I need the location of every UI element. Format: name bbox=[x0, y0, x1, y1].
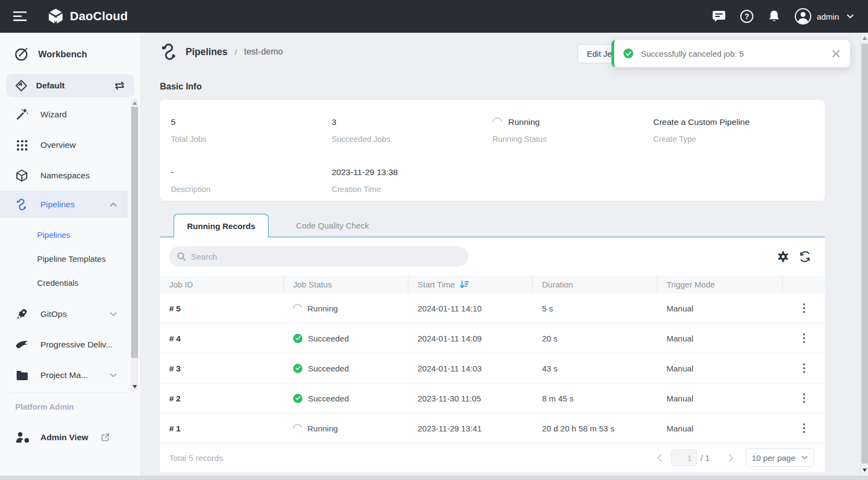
next-page-icon[interactable] bbox=[728, 454, 734, 462]
switch-workspace-icon[interactable] bbox=[114, 81, 126, 91]
spinner-icon bbox=[292, 422, 304, 435]
sidebar-item-label: Namespaces bbox=[40, 171, 90, 181]
toast-message: Successfully canceled job: 5 bbox=[641, 49, 744, 58]
check-circle-icon bbox=[293, 334, 302, 343]
brand-name: DaoCloud bbox=[70, 9, 128, 23]
field-total-jobs: 5 Total Jobs bbox=[171, 117, 332, 143]
refresh-icon[interactable] bbox=[799, 251, 811, 262]
user-menu[interactable]: admin bbox=[795, 8, 854, 25]
avatar-icon bbox=[795, 8, 811, 25]
previous-page-icon[interactable] bbox=[657, 454, 662, 462]
table-row-job-5[interactable]: # 5 Running 2024-01-11 14:10 5 s Manual bbox=[160, 293, 825, 323]
sidebar-item-label: Pipelines bbox=[40, 200, 75, 209]
bell-icon[interactable] bbox=[768, 10, 780, 23]
column-header-actions bbox=[783, 275, 825, 293]
scroll-down-arrow-icon[interactable] bbox=[133, 385, 137, 388]
row-actions-kebab-icon[interactable] bbox=[783, 423, 825, 433]
table-header: Job ID Job Status Start Time Duration Tr… bbox=[160, 275, 825, 293]
job-status: Succeeded bbox=[284, 334, 408, 343]
bird-icon bbox=[15, 339, 28, 350]
sidebar-subitem-pipeline-templates[interactable]: Pipeline Templates bbox=[0, 247, 128, 271]
pagination: / 1 10 per page bbox=[657, 448, 814, 467]
trigger-mode: Manual bbox=[657, 364, 783, 373]
sidebar-item-progressive-delivery[interactable]: Progressive Deliv... bbox=[0, 329, 128, 360]
create-type-value: Create a Custom Pipeline bbox=[653, 117, 815, 127]
column-header-job-status[interactable]: Job Status bbox=[284, 275, 408, 293]
scroll-down-arrow-icon[interactable] bbox=[863, 469, 867, 472]
field-create-type: Create a Custom Pipeline Create Type bbox=[653, 117, 815, 143]
row-actions-kebab-icon[interactable] bbox=[783, 333, 825, 343]
page-scrollbar-thumb[interactable] bbox=[861, 44, 868, 464]
row-actions-kebab-icon[interactable] bbox=[783, 303, 825, 313]
workspace-name: Default bbox=[36, 81, 65, 91]
start-time: 2023-11-30 11:05 bbox=[408, 394, 533, 403]
column-header-job-id[interactable]: Job ID bbox=[160, 275, 284, 293]
sidebar-item-label: GitOps bbox=[40, 309, 67, 319]
row-actions-kebab-icon[interactable] bbox=[783, 363, 825, 373]
sidebar-subitem-credentials[interactable]: Credentials bbox=[0, 271, 128, 295]
total-records: Total 5 records bbox=[169, 453, 223, 463]
cube-icon bbox=[15, 169, 28, 182]
page-number-input[interactable] bbox=[671, 449, 697, 466]
table-row-job-3[interactable]: # 3 Succeeded 2024-01-11 14:03 43 s Manu… bbox=[160, 353, 825, 383]
running-status-label: Running Status bbox=[492, 135, 653, 143]
help-icon[interactable]: ? bbox=[740, 10, 753, 23]
page-size-value: 10 per page bbox=[752, 453, 795, 463]
breadcrumb-separator: / bbox=[235, 47, 237, 57]
job-id: # 3 bbox=[160, 364, 284, 373]
field-running-status: Running Running Status bbox=[492, 117, 653, 143]
sidebar-scrollbar-thumb[interactable] bbox=[131, 107, 138, 358]
external-link-icon bbox=[101, 433, 110, 442]
sidebar-item-label: Wizard bbox=[40, 110, 67, 119]
trigger-mode: Manual bbox=[657, 424, 783, 433]
column-header-duration[interactable]: Duration bbox=[533, 275, 657, 293]
table-row-job-2[interactable]: # 2 Succeeded 2023-11-30 11:05 8 m 45 s … bbox=[160, 383, 825, 413]
page-scrollbar[interactable] bbox=[860, 33, 868, 476]
basic-info-title: Basic Info bbox=[160, 82, 201, 92]
sort-descending-icon[interactable] bbox=[460, 280, 469, 289]
tab-code-quality-check[interactable]: Code Quality Check bbox=[283, 214, 382, 237]
tab-running-records[interactable]: Running Records bbox=[174, 214, 269, 237]
pipeline-icon bbox=[160, 43, 179, 61]
sidebar-subitem-pipelines[interactable]: Pipelines bbox=[0, 223, 128, 247]
workbench-icon bbox=[14, 47, 29, 62]
menu-icon[interactable] bbox=[13, 11, 27, 21]
trigger-mode: Manual bbox=[657, 304, 783, 313]
table-row-job-4[interactable]: # 4 Succeeded 2024-01-11 14:09 20 s Manu… bbox=[160, 323, 825, 353]
sidebar-item-pipelines[interactable]: Pipelines bbox=[0, 191, 128, 218]
page-size-select[interactable]: 10 per page bbox=[746, 448, 814, 467]
job-status: Running bbox=[284, 424, 408, 433]
gear-icon[interactable] bbox=[777, 251, 789, 262]
chat-icon[interactable] bbox=[712, 10, 726, 22]
sidebar-item-overview[interactable]: Overview bbox=[0, 130, 128, 160]
scroll-up-arrow-icon[interactable] bbox=[133, 101, 137, 105]
total-jobs-label: Total Jobs bbox=[171, 135, 332, 143]
sidebar-scrollbar[interactable] bbox=[131, 99, 138, 391]
row-actions-kebab-icon[interactable] bbox=[783, 393, 825, 403]
search-input[interactable] bbox=[191, 252, 461, 261]
column-header-trigger-mode[interactable]: Trigger Mode bbox=[657, 275, 783, 293]
trigger-mode: Manual bbox=[657, 394, 783, 403]
workspace-selector[interactable]: Default bbox=[7, 74, 134, 97]
trigger-mode: Manual bbox=[657, 334, 783, 343]
spinner-icon bbox=[490, 115, 504, 129]
duration: 20 d 20 h 58 m 53 s bbox=[533, 424, 657, 433]
sidebar-item-namespaces[interactable]: Namespaces bbox=[0, 160, 128, 191]
table-row-job-1[interactable]: # 1 Running 2023-11-29 13:41 20 d 20 h 5… bbox=[160, 413, 825, 443]
sidebar-divider bbox=[11, 393, 129, 393]
sidebar-item-admin-view[interactable]: Admin View bbox=[15, 431, 110, 444]
admin-view-label: Admin View bbox=[40, 433, 88, 442]
bottom-edge bbox=[0, 476, 868, 480]
scroll-up-arrow-icon[interactable] bbox=[863, 37, 867, 40]
sidebar-item-wizard[interactable]: Wizard bbox=[0, 99, 128, 130]
duration: 43 s bbox=[533, 364, 657, 373]
job-id: # 4 bbox=[160, 334, 284, 343]
column-header-start-time[interactable]: Start Time bbox=[408, 275, 533, 293]
main-content: Pipelines / test-demo Edit Jenkinsfile S… bbox=[141, 33, 860, 476]
close-icon[interactable] bbox=[832, 50, 840, 58]
breadcrumb-root[interactable]: Pipelines bbox=[186, 46, 228, 58]
succeeded-jobs-label: Succeeded Jobs bbox=[332, 135, 493, 143]
page-total: / 1 bbox=[700, 453, 710, 463]
sidebar-item-gitops[interactable]: GitOps bbox=[0, 299, 128, 329]
sidebar-item-project-management[interactable]: Project Ma... bbox=[0, 360, 128, 391]
